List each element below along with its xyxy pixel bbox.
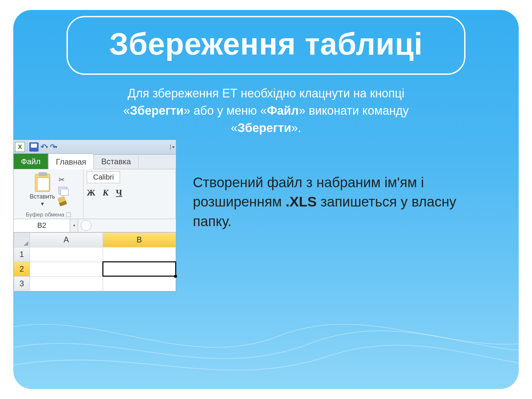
cell-a3[interactable]: [30, 276, 103, 291]
subtitle-post: » виконати команду: [299, 104, 409, 117]
excel-app-icon[interactable]: X: [15, 142, 25, 152]
col-header-b[interactable]: B: [103, 232, 176, 247]
font-name-selector[interactable]: Calibri: [87, 171, 120, 183]
cell-b1[interactable]: [103, 247, 176, 262]
clipboard-icon: [35, 174, 50, 192]
paste-button[interactable]: Вставить ▾: [30, 174, 55, 207]
select-all-corner[interactable]: [14, 232, 30, 247]
clipboard-group-text: Буфер обмена: [26, 211, 65, 218]
ribbon: Вставить ▾ ✂ Буфер обмена: [14, 169, 176, 219]
cut-icon[interactable]: ✂: [59, 176, 67, 184]
redo-icon[interactable]: ↷▾: [50, 143, 57, 151]
spreadsheet-grid: A B 1 2 3: [14, 232, 176, 291]
subtitle-line1: Для збереження ЕТ необхідно клацнути на …: [128, 86, 404, 100]
formula-cancel-icon[interactable]: [81, 220, 91, 231]
undo-icon[interactable]: ↶▾: [41, 143, 48, 151]
desc-extension: .XLS: [286, 194, 317, 209]
subtitle-q1: «: [123, 104, 130, 117]
qat-separator: [27, 142, 27, 152]
subtitle-file: Файл: [267, 104, 299, 117]
row-header-2[interactable]: 2: [14, 262, 30, 276]
slide-title: Збереження таблиці: [81, 27, 451, 62]
formula-bar-row: B2 ▾: [14, 219, 176, 232]
dialog-launcher-icon[interactable]: [66, 212, 71, 217]
ribbon-tabs: Файл Главная Вставка: [14, 155, 176, 169]
paste-dropdown-icon[interactable]: ▾: [41, 200, 44, 207]
tab-file[interactable]: Файл: [14, 154, 48, 169]
tab-insert[interactable]: Вставка: [94, 154, 138, 169]
format-painter-icon[interactable]: [57, 196, 67, 206]
subtitle-save2: Зберегти: [237, 121, 291, 135]
cell-b2-selected[interactable]: [103, 262, 176, 276]
italic-button[interactable]: К: [103, 188, 109, 198]
font-group: Calibri Ж К Ч: [83, 169, 176, 219]
copy-icon[interactable]: [59, 187, 67, 194]
cell-a2[interactable]: [30, 262, 103, 276]
quick-access-toolbar: X ↶▾ ↷▾ │▾: [14, 140, 176, 155]
clipboard-group: Вставить ▾ ✂ Буфер обмена: [14, 169, 83, 219]
cell-b3[interactable]: [103, 276, 176, 291]
content-row: X ↶▾ ↷▾ │▾ Файл Главная Вставка: [13, 140, 519, 292]
tab-home[interactable]: Главная: [48, 154, 94, 169]
col-header-a[interactable]: A: [30, 232, 103, 247]
subtitle-mid: » або у меню «: [184, 104, 267, 117]
subtitle-save: Зберегти: [130, 104, 184, 117]
subtitle: Для збереження ЕТ необхідно клацнути на …: [13, 85, 519, 137]
bold-button[interactable]: Ж: [87, 188, 95, 198]
subtitle-q2: «: [231, 121, 237, 135]
subtitle-end: ».: [291, 121, 301, 135]
paste-label: Вставить: [30, 193, 55, 200]
name-box-dropdown-icon[interactable]: ▾: [70, 219, 78, 232]
save-icon[interactable]: [29, 142, 39, 152]
qat-customize-icon[interactable]: │▾: [169, 144, 175, 150]
clipboard-group-label: Буфер обмена: [26, 210, 71, 218]
title-box: Збереження таблиці: [66, 16, 466, 75]
row-header-3[interactable]: 3: [14, 276, 30, 291]
cell-a1[interactable]: [30, 247, 103, 262]
description: Створений файл з набраним ім'ям і розшир…: [193, 173, 485, 231]
name-box[interactable]: B2: [14, 219, 70, 232]
underline-button[interactable]: Ч: [116, 188, 122, 198]
excel-screenshot: X ↶▾ ↷▾ │▾ Файл Главная Вставка: [13, 140, 176, 292]
row-header-1[interactable]: 1: [14, 247, 30, 262]
slide: Збереження таблиці Для збереження ЕТ нео…: [13, 10, 519, 389]
